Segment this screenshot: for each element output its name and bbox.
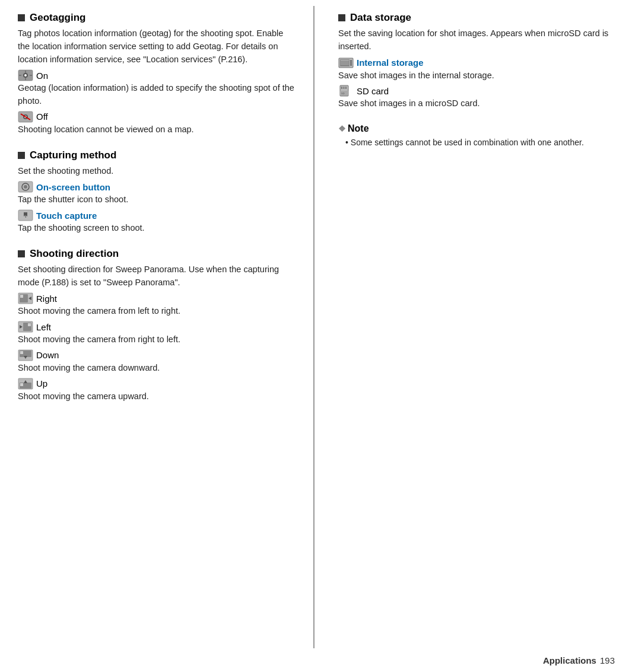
svg-rect-33 [350,60,352,66]
direction-right-icon [18,292,33,304]
note-section: ❖ Note Some settings cannot be used in c… [338,123,611,149]
geotagging-section: Geotagging Tag photos location informati… [18,12,296,136]
note-diamond-icon: ❖ [338,124,346,133]
data-storage-title-text: Data storage [350,12,411,24]
direction-down-row: Down [18,349,296,361]
geotagging-on-row: On [18,69,296,81]
touch-capture-label: Touch capture [36,211,97,221]
geotagging-title-text: Geotagging [30,12,85,24]
onscreen-button-icon [18,181,33,193]
onscreen-button-label: On-screen button [36,182,110,192]
geotagging-off-desc: Shooting location cannot be viewed on a … [18,123,296,136]
capturing-method-section: Capturing method Set the shooting method… [18,149,296,235]
direction-right-label: Right [36,294,57,304]
svg-rect-26 [20,351,23,354]
shooting-direction-title-text: Shooting direction [30,248,119,260]
direction-down-desc: Shoot moving the camera downward. [18,362,296,375]
title-square-icon2 [18,152,25,159]
capturing-method-title: Capturing method [18,149,296,161]
svg-rect-35 [341,62,349,62]
svg-rect-30 [20,383,23,386]
right-column: Data storage Set the saving location for… [314,6,629,648]
geotagging-on-icon [18,69,33,81]
svg-text:SD: SD [341,92,345,95]
shooting-direction-title: Shooting direction [18,248,296,260]
touch-capture-icon [18,209,33,221]
page-container: Geotagging Tag photos location informati… [0,0,629,672]
svg-point-2 [24,74,27,77]
onscreen-button-row: On-screen button [18,181,296,193]
note-title-text: Note [348,123,369,134]
direction-right-row: Right [18,292,296,304]
internal-storage-label: Internal storage [357,58,424,68]
svg-rect-22 [28,323,31,326]
title-square-icon3 [18,250,25,257]
svg-rect-37 [341,64,349,65]
direction-left-label: Left [36,322,51,332]
svg-rect-36 [341,63,349,63]
direction-right-desc: Shoot moving the camera from left to rig… [18,305,296,318]
title-square-icon [18,14,25,21]
footer-page-number: 193 [600,655,615,665]
svg-rect-34 [341,60,349,61]
geotagging-description: Tag photos location information (geotag)… [18,27,296,66]
internal-storage-row: Internal storage [338,57,611,69]
direction-up-label: Up [36,378,47,388]
note-title: ❖ Note [338,123,611,134]
data-storage-title: Data storage [338,12,611,24]
svg-rect-39 [341,87,342,89]
svg-rect-18 [20,295,23,298]
internal-storage-desc: Save shot images in the internal storage… [338,69,611,82]
shooting-direction-section: Shooting direction Set shooting directio… [18,248,296,403]
internal-storage-icon [338,57,354,69]
title-square-icon4 [338,14,345,21]
content-area: Geotagging Tag photos location informati… [0,0,629,648]
sdcard-label: SD card [357,86,389,96]
direction-left-icon [18,321,33,333]
geotagging-off-row: Off [18,111,296,123]
direction-up-desc: Shoot moving the camera upward. [18,390,296,403]
sdcard-desc: Save shot images in a microSD card. [338,97,611,110]
direction-left-desc: Shoot moving the camera from right to le… [18,333,296,346]
left-column: Geotagging Tag photos location informati… [0,6,314,648]
geotagging-on-desc: Geotag (location information) is added t… [18,82,296,108]
capturing-method-desc: Set the shooting method. [18,165,296,178]
svg-rect-40 [344,87,345,89]
direction-down-icon [18,349,33,361]
sdcard-row: SD SD card [338,85,611,97]
direction-up-icon [18,378,33,390]
geotagging-title: Geotagging [18,12,296,24]
footer-applications-label: Applications [543,655,596,665]
data-storage-desc: Set the saving location for shot images.… [338,27,611,53]
geotagging-off-icon [18,111,33,123]
page-footer: Applications 193 [0,648,629,672]
onscreen-button-desc: Tap the shutter icon to shoot. [18,193,296,206]
geotagging-on-label: On [36,71,48,81]
note-bullet-text: Some settings cannot be used in combinat… [338,136,611,149]
shooting-direction-desc: Set shooting direction for Sweep Panoram… [18,263,296,289]
direction-up-row: Up [18,378,296,390]
touch-capture-desc: Tap the shooting screen to shoot. [18,222,296,235]
svg-rect-41 [345,87,347,89]
direction-down-label: Down [36,350,59,360]
svg-point-13 [24,185,27,189]
data-storage-section: Data storage Set the saving location for… [338,12,611,110]
capturing-method-title-text: Capturing method [30,149,116,161]
direction-left-row: Left [18,321,296,333]
geotagging-off-label: Off [36,112,48,122]
sdcard-icon: SD [338,85,354,97]
touch-capture-row: Touch capture [18,209,296,221]
